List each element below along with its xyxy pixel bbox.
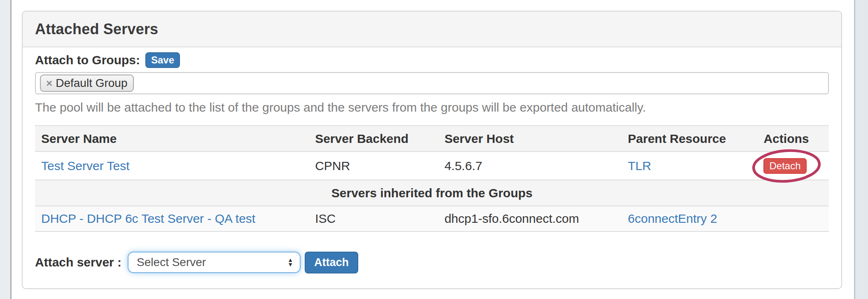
server-backend-cell: CPNR: [309, 152, 438, 180]
panel-heading: Attached Servers: [23, 12, 841, 47]
servers-table: Server Name Server Backend Server Host P…: [35, 125, 829, 232]
left-gutter: [0, 0, 12, 299]
detach-button[interactable]: Detach: [763, 158, 806, 174]
panel-body: Attach to Groups: Save × Default Group T…: [23, 47, 841, 290]
parent-resource-link[interactable]: 6connectEntry 2: [628, 212, 717, 225]
inherited-divider-row: Servers inherited from the Groups: [35, 180, 829, 206]
server-select[interactable]: Select Server ▲ ▼: [128, 252, 301, 273]
attach-to-groups-label: Attach to Groups:: [35, 53, 140, 67]
server-host-cell: dhcp1-sfo.6connect.com: [438, 206, 621, 231]
detach-wrap: Detach: [763, 158, 806, 174]
actions-cell: Detach: [757, 152, 829, 180]
col-header-server-name: Server Name: [35, 126, 309, 152]
group-chip: × Default Group: [40, 75, 134, 92]
server-name-cell: DHCP - DHCP 6c Test Server - QA test: [35, 206, 309, 231]
table-row: DHCP - DHCP 6c Test Server - QA test ISC…: [35, 206, 829, 231]
server-host-cell: 4.5.6.7: [438, 152, 621, 180]
parent-resource-link[interactable]: TLR: [628, 159, 651, 173]
col-header-server-host: Server Host: [438, 126, 621, 152]
actions-cell: [757, 206, 829, 231]
attach-to-groups-row: Attach to Groups: Save: [35, 52, 829, 68]
select-arrows-icon: ▲ ▼: [287, 258, 293, 267]
server-name-cell: Test Server Test: [35, 152, 309, 180]
attached-servers-panel: Attached Servers Attach to Groups: Save …: [22, 11, 842, 289]
attach-server-label: Attach server :: [35, 255, 121, 269]
col-header-actions: Actions: [757, 126, 829, 152]
groups-multiselect-input[interactable]: × Default Group: [35, 72, 829, 94]
attach-server-row: Attach server : Select Server ▲ ▼ Attach: [35, 251, 829, 290]
table-row: Test Server Test CPNR 4.5.6.7 TLR Detach: [35, 152, 829, 180]
table-header-row: Server Name Server Backend Server Host P…: [35, 126, 829, 152]
inherited-divider-label: Servers inherited from the Groups: [35, 180, 829, 206]
groups-help-text: The pool will be attached to the list of…: [35, 100, 829, 115]
col-header-server-backend: Server Backend: [309, 126, 438, 152]
right-gutter: [854, 0, 868, 299]
server-select-value: Select Server: [137, 256, 206, 269]
server-name-link[interactable]: DHCP - DHCP 6c Test Server - QA test: [41, 212, 255, 225]
server-backend-cell: ISC: [309, 206, 438, 231]
group-chip-label: Default Group: [56, 77, 127, 89]
save-button[interactable]: Save: [145, 52, 180, 68]
parent-resource-cell: TLR: [622, 152, 758, 180]
panel-title: Attached Servers: [35, 21, 158, 38]
attach-button[interactable]: Attach: [305, 252, 358, 273]
remove-group-icon[interactable]: ×: [46, 78, 52, 89]
col-header-parent-resource: Parent Resource: [622, 126, 758, 152]
arrow-down-icon: ▼: [287, 262, 293, 267]
server-name-link[interactable]: Test Server Test: [41, 159, 130, 173]
parent-resource-cell: 6connectEntry 2: [622, 206, 758, 231]
